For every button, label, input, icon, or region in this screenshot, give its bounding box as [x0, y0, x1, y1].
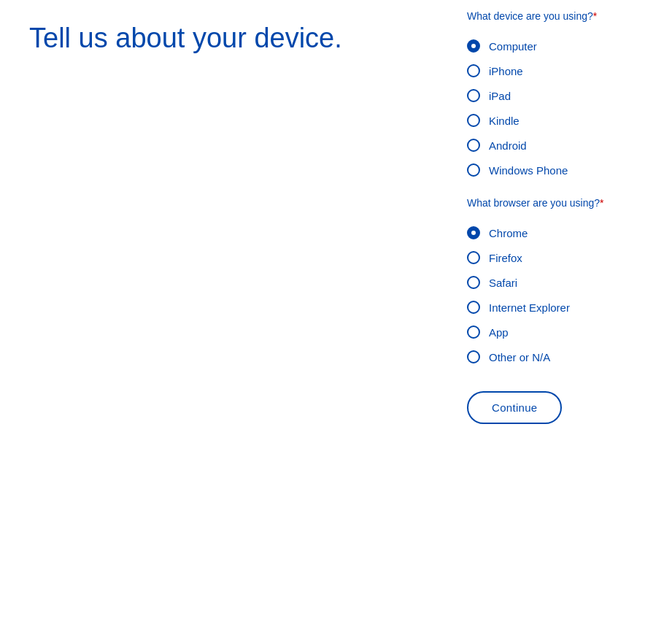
browser-label-chrome: Chrome	[489, 227, 528, 239]
device-radio-android[interactable]	[467, 139, 480, 152]
browser-label-firefox: Firefox	[489, 252, 522, 264]
device-radio-kindle[interactable]	[467, 114, 480, 127]
browser-radio-firefox[interactable]	[467, 251, 480, 264]
browser-radio-ie[interactable]	[467, 301, 480, 314]
device-option-android[interactable]: Android	[467, 133, 657, 158]
device-label-computer: Computer	[489, 40, 537, 53]
browser-radio-other[interactable]	[467, 350, 480, 363]
right-panel: What device are you using?* Computer iPh…	[460, 0, 672, 624]
browser-option-firefox[interactable]: Firefox	[467, 245, 657, 270]
device-option-ipad[interactable]: iPad	[467, 83, 657, 108]
browser-label-other: Other or N/A	[489, 351, 550, 363]
device-radio-windows-phone[interactable]	[467, 163, 480, 177]
device-option-iphone[interactable]: iPhone	[467, 58, 657, 83]
browser-option-ie[interactable]: Internet Explorer	[467, 295, 657, 320]
device-radio-ipad[interactable]	[467, 89, 480, 102]
browser-radio-app[interactable]	[467, 326, 480, 339]
device-radio-group: Computer iPhone iPad Kindle Android Wind…	[467, 34, 657, 182]
browser-question-label: What browser are you using?*	[467, 197, 657, 209]
page-title: Tell us about your device.	[29, 22, 342, 55]
device-option-computer[interactable]: Computer	[467, 34, 657, 58]
device-label-iphone: iPhone	[489, 65, 523, 77]
browser-radio-group: Chrome Firefox Safari Internet Explorer …	[467, 220, 657, 369]
device-option-kindle[interactable]: Kindle	[467, 108, 657, 133]
browser-radio-safari[interactable]	[467, 276, 480, 289]
browser-radio-chrome[interactable]	[467, 226, 480, 239]
device-label-windows-phone: Windows Phone	[489, 164, 568, 177]
browser-option-app[interactable]: App	[467, 320, 657, 344]
browser-label-app: App	[489, 326, 509, 339]
device-radio-computer[interactable]	[467, 39, 480, 53]
continue-button[interactable]: Continue	[467, 391, 562, 424]
browser-option-safari[interactable]: Safari	[467, 270, 657, 295]
browser-option-chrome[interactable]: Chrome	[467, 220, 657, 245]
browser-label-safari: Safari	[489, 277, 517, 289]
device-question-label: What device are you using?*	[467, 10, 657, 22]
device-label-android: Android	[489, 139, 527, 152]
browser-label-ie: Internet Explorer	[489, 301, 570, 314]
device-label-kindle: Kindle	[489, 115, 520, 127]
left-panel: Tell us about your device.	[0, 0, 460, 624]
browser-option-other[interactable]: Other or N/A	[467, 344, 657, 369]
device-option-windows-phone[interactable]: Windows Phone	[467, 158, 657, 182]
device-label-ipad: iPad	[489, 90, 511, 102]
device-radio-iphone[interactable]	[467, 64, 480, 77]
